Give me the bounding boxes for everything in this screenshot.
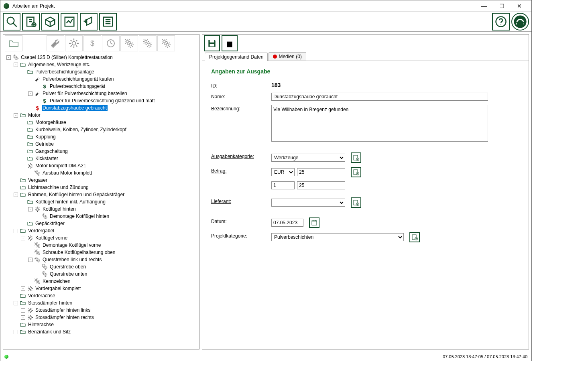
tree-clock-button[interactable] bbox=[102, 35, 120, 51]
search-button[interactable] bbox=[3, 13, 20, 30]
tree-node[interactable]: -Motor komplett DM-A21 bbox=[3, 162, 199, 169]
tree-node[interactable]: -Motor bbox=[3, 112, 199, 119]
qty-input[interactable] bbox=[271, 181, 295, 189]
tree-node[interactable]: -Kotflügel hinten inkl. Aufhängung bbox=[3, 198, 199, 205]
tree-gears2-button[interactable] bbox=[139, 35, 157, 51]
tree-node[interactable]: Lichtmaschine und Zündung bbox=[3, 184, 199, 191]
category-select[interactable]: Werkzeuge bbox=[271, 154, 345, 162]
tree-gear-button[interactable] bbox=[65, 35, 83, 51]
currency-select[interactable]: EUR bbox=[271, 168, 295, 176]
delete-button[interactable] bbox=[222, 35, 238, 51]
tree-node[interactable]: Kennzeichen bbox=[3, 278, 199, 285]
tree-label[interactable]: Kennzeichen bbox=[42, 278, 71, 284]
tree-toggle[interactable]: - bbox=[21, 200, 25, 204]
tree-toggle[interactable]: - bbox=[6, 55, 11, 60]
tree-label[interactable]: Querstrebe oben bbox=[49, 264, 87, 270]
tree-label[interactable]: Vordergabel bbox=[27, 228, 55, 234]
tree-node[interactable]: Pulverbeschichtungsgerät kaufen bbox=[3, 75, 199, 83]
tree-label[interactable]: Lichtmaschine und Zündung bbox=[27, 185, 90, 190]
amount-add-button[interactable] bbox=[351, 167, 361, 177]
tree-label[interactable]: Kurbelwelle, Kolben, Zylinder, Zylinderk… bbox=[35, 127, 127, 132]
tree-label[interactable]: Vergaser bbox=[27, 177, 48, 183]
chart-button[interactable] bbox=[61, 13, 78, 30]
tree-label[interactable]: Kotflügel hinten inkl. Aufhängung bbox=[35, 199, 106, 205]
tree-node[interactable]: Motorgehäuse bbox=[3, 119, 199, 126]
tree-node[interactable]: -Stossdämpfer hinten bbox=[3, 299, 199, 307]
tree-toggle[interactable]: - bbox=[28, 91, 33, 96]
tree-label[interactable]: Csepel 125 D (Silber) Komplettrestaurati… bbox=[20, 55, 114, 60]
tree-toggle[interactable]: - bbox=[14, 113, 18, 118]
support-button[interactable] bbox=[511, 13, 529, 30]
supplier-select[interactable] bbox=[271, 199, 345, 207]
tree-node[interactable]: -Rahmen, Kotflügel hinten und Gepäcksträ… bbox=[3, 191, 199, 198]
tree-node[interactable]: Hinterachse bbox=[3, 321, 199, 328]
tree-label[interactable]: Kickstarter bbox=[35, 156, 59, 161]
tree-toggle[interactable]: + bbox=[21, 315, 25, 320]
tree-node[interactable]: Kurbelwelle, Kolben, Zylinder, Zylinderk… bbox=[3, 126, 199, 133]
tree-toggle[interactable]: - bbox=[28, 258, 33, 262]
project-tree[interactable]: -Csepel 125 D (Silber) Komplettrestaurat… bbox=[3, 52, 199, 349]
tree-node[interactable]: -Benzintank und Sitz bbox=[3, 328, 199, 335]
tree-node[interactable]: +Vordergabel komplett bbox=[3, 285, 199, 292]
tree-label[interactable]: Stossdämpfer hinten rechts bbox=[35, 315, 95, 320]
tree-label[interactable]: Kupplung bbox=[35, 134, 57, 140]
tree-label[interactable]: Getriebe bbox=[35, 141, 55, 147]
tree-label[interactable]: Demontage Kotflügel vorne bbox=[42, 242, 102, 248]
tree-node[interactable]: $Pulver für Pulverbeschichtung glänzend … bbox=[3, 97, 199, 104]
tab-media[interactable]: Medien (0) bbox=[269, 52, 306, 61]
tree-toggle[interactable]: - bbox=[21, 70, 25, 74]
package-button[interactable] bbox=[41, 13, 59, 30]
tree-node[interactable]: -Querstreben link und rechts bbox=[3, 256, 199, 263]
tab-data[interactable]: Projektgegenstand Daten bbox=[205, 53, 268, 61]
tree-label[interactable]: Rahmen, Kotflügel hinten und Gepäcksträg… bbox=[27, 192, 125, 197]
tree-node[interactable]: -Csepel 125 D (Silber) Komplettrestaurat… bbox=[3, 54, 199, 61]
tree-node[interactable]: Gepäckträger bbox=[3, 220, 199, 227]
tree-gears3-button[interactable] bbox=[157, 35, 175, 51]
tree-label[interactable]: Gepäckträger bbox=[35, 221, 65, 226]
name-input[interactable] bbox=[271, 93, 488, 101]
calendar-button[interactable] bbox=[309, 217, 319, 228]
tree-toggle[interactable]: - bbox=[21, 164, 25, 168]
tree-toggle[interactable]: + bbox=[21, 286, 25, 291]
tree-label[interactable]: Schraube Kotflügelhalterung oben bbox=[42, 250, 116, 255]
tree-label[interactable]: Motor komplett DM-A21 bbox=[35, 163, 87, 169]
tree-label[interactable]: Allgemeines, Werkzeuge etc. bbox=[27, 62, 91, 67]
tree-label[interactable]: Benzintank und Sitz bbox=[27, 329, 71, 335]
tree-label[interactable]: Hinterachse bbox=[27, 322, 55, 327]
tree-node[interactable]: Schraube Kotflügelhalterung oben bbox=[3, 249, 199, 256]
tree-label[interactable]: Pulver für Pulverbeschichtung glänzend u… bbox=[49, 98, 156, 104]
tree-label[interactable]: Kotflügel vorne bbox=[35, 235, 68, 241]
tree-node[interactable]: -Pulverbeschichtungsanlage bbox=[3, 68, 199, 75]
tree-node[interactable]: Querstrebe unten bbox=[3, 270, 199, 278]
tree-node[interactable]: Demontage Kotflügel vorne bbox=[3, 242, 199, 249]
tree-label[interactable]: Vorderachse bbox=[27, 293, 56, 299]
tree-folder-button[interactable] bbox=[5, 35, 22, 51]
tree-label[interactable]: Kotflügel hinten bbox=[42, 206, 77, 212]
help-button[interactable] bbox=[492, 13, 510, 30]
projcat-select[interactable]: Pulverbeschichten bbox=[271, 233, 404, 241]
tree-node[interactable]: Gangschaltung bbox=[3, 148, 199, 155]
tree-label[interactable]: Pulver für Pulverbeschichtung bestellen bbox=[42, 91, 128, 96]
tree-label[interactable]: Ausbau Motor komplett bbox=[42, 170, 93, 176]
desc-textarea[interactable]: Vie Willhaben in Bregenz gefunden bbox=[271, 105, 488, 142]
tree-toggle[interactable]: - bbox=[21, 236, 25, 240]
supplier-add-button[interactable] bbox=[351, 197, 361, 208]
tree-node[interactable]: Kupplung bbox=[3, 133, 199, 140]
new-doc-button[interactable] bbox=[22, 13, 40, 30]
tree-gears1-button[interactable] bbox=[120, 35, 138, 51]
tree-node[interactable]: Vorderachse bbox=[3, 292, 199, 299]
tree-toggle[interactable]: - bbox=[14, 229, 18, 233]
tree-label[interactable]: Pulverbeschichtungsgerät bbox=[49, 83, 106, 89]
maximize-button[interactable]: ☐ bbox=[493, 0, 511, 12]
tree-label[interactable]: Stossdämpfer hinten bbox=[27, 300, 73, 306]
tree-node[interactable]: Getriebe bbox=[3, 140, 199, 148]
tree-node[interactable]: -Pulver für Pulverbeschichtung bestellen bbox=[3, 90, 199, 97]
close-button[interactable]: ✕ bbox=[511, 0, 528, 12]
minimize-button[interactable]: — bbox=[475, 0, 493, 12]
tree-label[interactable]: Vordergabel komplett bbox=[35, 286, 81, 291]
tree-toggle[interactable]: - bbox=[14, 193, 18, 197]
tree-label[interactable]: Querstrebe unten bbox=[49, 271, 88, 277]
tree-toggle[interactable]: - bbox=[14, 301, 18, 305]
tree-node[interactable]: Demontage Kotflügel hinten bbox=[3, 213, 199, 220]
tree-toggle[interactable]: - bbox=[14, 63, 18, 67]
